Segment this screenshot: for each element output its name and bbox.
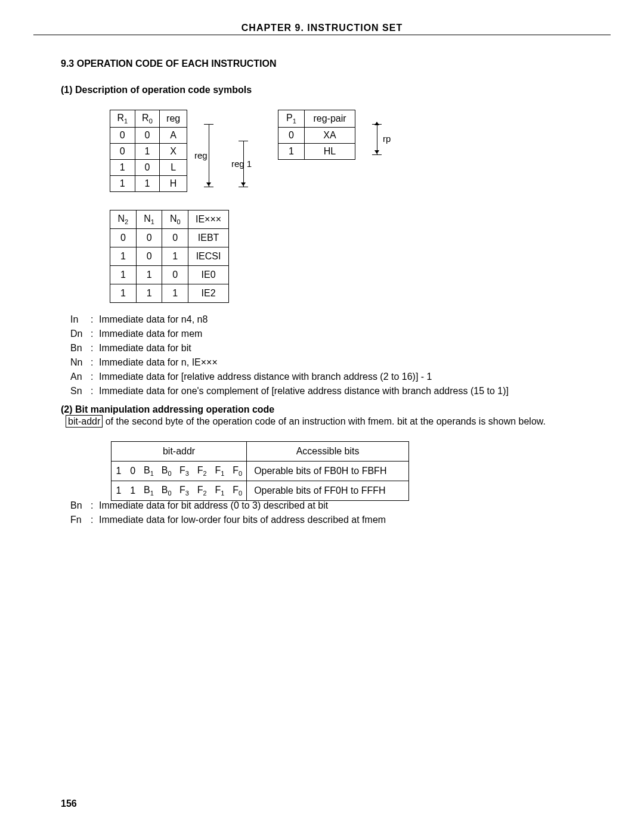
bit-cell: 1: [112, 481, 126, 501]
def-key: Sn: [70, 384, 91, 398]
arrow-down-icon: [241, 182, 246, 186]
def-key: An: [70, 370, 91, 384]
table-cell: L: [160, 160, 187, 176]
regpair-table: P1 reg-pair 0XA 1HL: [278, 110, 355, 160]
table-cell: IEBT: [188, 229, 229, 247]
bit-cell: F3: [175, 481, 193, 501]
bit-cell: B1: [140, 481, 158, 501]
section-title-9-3: 9.3 OPERATION CODE OF EACH INSTRUCTION: [61, 58, 277, 69]
bit-desc: Operable bits of FB0H to FBFH: [247, 462, 409, 481]
def-val: Immediate data for bit: [99, 341, 191, 355]
header-rule: [33, 35, 611, 35]
bit-table-wrap: bit-addr Accessible bits 1 0 B1 B0 F3 F2…: [111, 441, 409, 501]
ie-th-n1: N1: [136, 210, 162, 229]
table-cell: IECSI: [188, 247, 229, 266]
def-key: Bn: [70, 341, 91, 355]
ie-table-wrap: N2 N1 N0 IE××× 000IEBT 101IECSI 110IE0 1…: [110, 210, 229, 303]
reg-bracket-label: reg: [194, 150, 208, 160]
table-cell: 0: [135, 128, 160, 144]
def-val: Immediate data for [relative address dis…: [99, 370, 432, 384]
def-val: Immediate data for mem: [99, 327, 202, 341]
arrow-down-icon: [374, 150, 379, 154]
bit-cell: F0: [228, 481, 246, 501]
def-key: Bn: [70, 498, 91, 513]
subtitle-2: (2) Bit manipulation addressing operatio…: [61, 404, 274, 415]
reg-th-r1: R1: [110, 110, 135, 128]
bit-cell: 1: [126, 481, 140, 501]
reg-th-reg: reg: [160, 110, 187, 128]
def-val: Immediate data for low-order four bits o…: [99, 513, 386, 527]
bit-cell: F1: [211, 481, 229, 501]
table-cell: 0: [162, 266, 188, 284]
table-cell: 1: [136, 284, 162, 303]
rp-bracket-label: rp: [383, 134, 391, 144]
arrow-down-icon: [206, 182, 211, 186]
ie-th-n2: N2: [110, 210, 137, 229]
table-cell: 0: [110, 144, 135, 160]
definitions-2: Bn:Immediate data for bit address (0 to …: [70, 498, 386, 527]
table-cell: 1: [162, 247, 188, 266]
table-cell: 0: [110, 128, 135, 144]
rp-th-regpair: reg-pair: [305, 110, 355, 128]
table-cell: IE2: [188, 284, 229, 303]
table-cell: HL: [305, 144, 355, 160]
bit-cell: B1: [140, 462, 158, 481]
table-cell: 1: [135, 176, 160, 192]
def-val: Immediate data for bit address (0 to 3) …: [99, 498, 328, 513]
def-key: In: [70, 312, 91, 327]
reg-th-r0: R0: [135, 110, 160, 128]
table-cell: 1: [278, 144, 305, 160]
sub2-text: of the second byte of the operation code…: [106, 416, 546, 426]
chapter-header: CHAPTER 9. INSTRUCTION SET: [0, 23, 644, 33]
bit-cell: F2: [193, 462, 211, 481]
table-cell: 0: [136, 247, 162, 266]
table-cell: 1: [162, 284, 188, 303]
table-cell: 0: [278, 128, 305, 144]
table-cell: 1: [110, 176, 135, 192]
definitions-1: In:Immediate data for n4, n8 Dn:Immediat…: [70, 312, 509, 398]
table-cell: 0: [162, 229, 188, 247]
table-cell: 0: [136, 229, 162, 247]
ie-th-iexxx: IE×××: [188, 210, 229, 229]
page-number: 156: [61, 798, 77, 809]
def-key: Nn: [70, 355, 91, 370]
bit-desc: Operable bits of FF0H to FFFH: [247, 481, 409, 501]
sub2-text-line: bit-addr of the second byte of the opera…: [66, 416, 546, 427]
bit-th-left: bit-addr: [112, 442, 247, 462]
table-cell: 1: [110, 160, 135, 176]
bit-th-right: Accessible bits: [247, 442, 409, 462]
table-cell: 1: [110, 247, 137, 266]
def-key: Fn: [70, 513, 91, 527]
reg1-bracket-label: reg 1: [231, 159, 252, 169]
boxed-bit-addr: bit-addr: [66, 415, 103, 428]
def-val: Immediate data for one's complement of […: [99, 384, 509, 398]
arrow-up-icon: [374, 122, 379, 125]
table-cell: 0: [110, 229, 137, 247]
table-cell: 0: [135, 160, 160, 176]
table-cell: 1: [136, 266, 162, 284]
def-val: Immediate data for n4, n8: [99, 312, 208, 327]
regpair-table-wrap: P1 reg-pair 0XA 1HL: [278, 110, 355, 160]
def-val: Immediate data for n, IE×××: [99, 355, 218, 370]
bit-cell: 1: [112, 462, 126, 481]
bit-cell: F2: [193, 481, 211, 501]
reg-table: R1 R0 reg 00A 01X 10L 11H: [110, 110, 187, 192]
ie-table: N2 N1 N0 IE××× 000IEBT 101IECSI 110IE0 1…: [110, 210, 229, 303]
bit-cell: B0: [157, 481, 175, 501]
table-cell: 1: [135, 144, 160, 160]
bit-cell: F3: [175, 462, 193, 481]
table-cell: A: [160, 128, 187, 144]
bit-cell: F1: [211, 462, 229, 481]
table-cell: IE0: [188, 266, 229, 284]
bit-cell: 0: [126, 462, 140, 481]
ie-th-n0: N0: [162, 210, 188, 229]
table-cell: H: [160, 176, 187, 192]
reg-table-wrap: R1 R0 reg 00A 01X 10L 11H: [110, 110, 187, 192]
def-key: Dn: [70, 327, 91, 341]
table-cell: XA: [305, 128, 355, 144]
subtitle-1: (1) Description of operation code symbol…: [61, 85, 252, 95]
bit-cell: F0: [228, 462, 246, 481]
table-cell: 1: [110, 266, 137, 284]
bit-cell: B0: [157, 462, 175, 481]
bit-addr-table: bit-addr Accessible bits 1 0 B1 B0 F3 F2…: [111, 441, 409, 501]
